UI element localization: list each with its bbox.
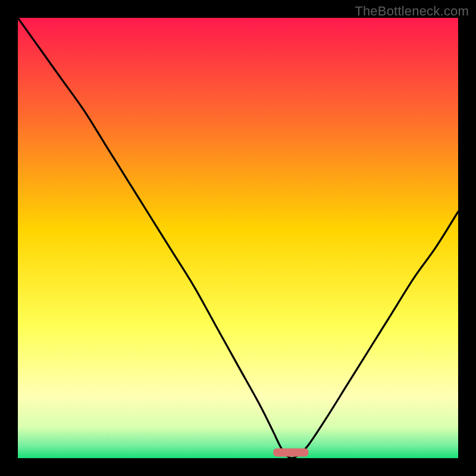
optimal-marker xyxy=(273,448,308,456)
chart-outer: TheBottleneck.com xyxy=(0,0,476,476)
plot-area xyxy=(18,18,458,458)
bottleneck-chart-svg xyxy=(18,18,458,458)
watermark-text: TheBottleneck.com xyxy=(355,4,469,19)
gradient-background xyxy=(18,18,458,458)
